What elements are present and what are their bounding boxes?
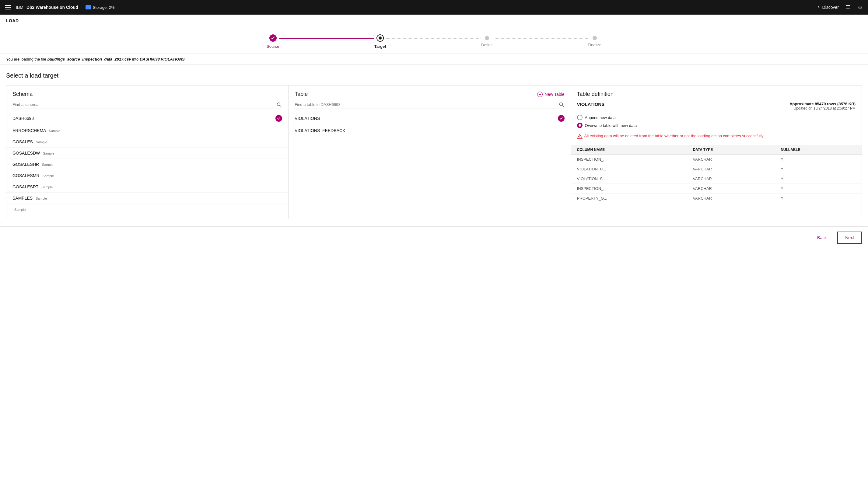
info-bar: You are loading the file buildings_sourc… <box>0 54 868 65</box>
radio-append[interactable]: Append new data <box>577 115 856 120</box>
new-table-button[interactable]: + New Table <box>537 92 564 97</box>
schema-item-name: GOSALES Sample <box>12 139 47 144</box>
col-header-nullable: NULLABLE <box>775 145 862 155</box>
svg-line-1 <box>280 105 281 107</box>
new-table-label: New Table <box>545 92 564 97</box>
schema-item-partial[interactable]: Sample <box>6 204 288 215</box>
table-search-input[interactable] <box>294 100 564 109</box>
brand-product: Db2 Warehouse on Cloud <box>27 5 78 10</box>
schema-search-icon <box>277 102 281 108</box>
step-target-circle <box>376 34 384 42</box>
back-button[interactable]: Back <box>810 231 834 244</box>
table-search-icon <box>559 102 564 108</box>
definition-panel: Table definition VIOLATIONS Approximate … <box>571 86 862 219</box>
brand-ibm: IBM <box>16 5 24 10</box>
step-finalize: Finalize <box>588 36 601 47</box>
progress-steps: Source Target Define Finalize <box>0 27 868 54</box>
col-nullable: Y <box>775 174 862 184</box>
col-row-2: VIOLATION_S...VARCHARY <box>571 174 862 184</box>
bottom-bar: Back Next <box>0 226 868 249</box>
table-search-container <box>288 100 570 109</box>
table-panel-header: Table + New Table <box>288 86 570 100</box>
storage-icon <box>86 5 91 9</box>
step-finalize-label: Finalize <box>588 42 601 47</box>
info-target: DASH6698.VIOLATIONS <box>140 57 185 61</box>
col-nullable: Y <box>775 155 862 164</box>
steps-container: Source Target Define Finalize <box>267 34 601 49</box>
schema-item-name: ERRORSCHEMA Sample <box>12 128 60 133</box>
schema-item-samples[interactable]: SAMPLES Sample <box>6 193 288 204</box>
radio-append-label: Append new data <box>585 115 616 120</box>
table-panel: Table + New Table VIOLATIONS <box>288 86 571 219</box>
storage-indicator: Storage: 2% <box>86 5 115 10</box>
radio-overwrite-circle <box>577 123 583 128</box>
info-filename: buildings_source_inspection_data_2017.cs… <box>47 57 131 61</box>
step-finalize-circle <box>593 36 597 40</box>
info-middle: into <box>131 57 140 61</box>
step-define: Define <box>481 36 493 47</box>
step-source-label: Source <box>267 44 279 49</box>
schema-selected-check <box>275 115 282 122</box>
step-source-circle <box>269 34 277 42</box>
page-title: LOAD <box>0 14 868 27</box>
col-type: VARCHAR <box>687 184 775 194</box>
step-target: Target <box>374 34 386 49</box>
col-name: INSPECTION_... <box>571 155 687 164</box>
storage-label: Storage: 2% <box>93 5 115 10</box>
lightbulb-icon: ⚬ <box>817 5 820 10</box>
col-type: VARCHAR <box>687 174 775 184</box>
col-nullable: Y <box>775 184 862 194</box>
schema-item-name: SAMPLES Sample <box>12 196 47 200</box>
schema-item-name: DASH6698 <box>12 116 34 121</box>
svg-point-6 <box>580 137 580 138</box>
columns-table-header-row: COLUMN NAME DATA TYPE NULLABLE <box>571 145 862 155</box>
schema-item-gosalesdw[interactable]: GOSALESDW Sample <box>6 148 288 159</box>
schema-search-input[interactable] <box>12 100 282 109</box>
next-button[interactable]: Next <box>837 231 862 244</box>
sample-badge: Sample <box>49 129 60 133</box>
schema-item-gosalesmr[interactable]: GOSALESMR Sample <box>6 170 288 181</box>
col-name: VIOLATION_S... <box>571 174 687 184</box>
col-name: INSPECTION_... <box>571 184 687 194</box>
info-prefix: You are loading the file <box>6 57 47 61</box>
columns-table: COLUMN NAME DATA TYPE NULLABLE INSPECTIO… <box>571 145 862 203</box>
schema-panel-header: Schema <box>6 86 288 100</box>
discover-button[interactable]: ⚬ Discover <box>817 5 839 10</box>
col-row-4: PROPERTY_G...VARCHARY <box>571 194 862 203</box>
table-panel-title: Table <box>294 91 308 97</box>
table-item-name: VIOLATIONS_FEEDBACK <box>294 128 345 133</box>
schema-item-gosalesrt[interactable]: GOSALESRT Sample <box>6 181 288 193</box>
table-list: VIOLATIONS VIOLATIONS_FEEDBACK <box>288 112 570 219</box>
app-brand: IBM Db2 Warehouse on Cloud <box>16 5 78 10</box>
col-type: VARCHAR <box>687 155 775 164</box>
radio-overwrite[interactable]: Overwrite table with new data <box>577 123 856 128</box>
hamburger-icon[interactable] <box>5 5 11 9</box>
schema-item-dash6698[interactable]: DASH6698 <box>6 112 288 125</box>
schema-item-name: Sample <box>12 207 26 212</box>
schema-item-name: GOSALESHR Sample <box>12 162 53 167</box>
topnav-right: ⚬ Discover ☰ ☺ <box>817 4 863 10</box>
definition-table-meta: Approximate 85470 rows (8576 KB) Updated… <box>789 102 856 110</box>
table-item-violations[interactable]: VIOLATIONS <box>288 112 570 125</box>
step-define-label: Define <box>481 42 493 47</box>
table-item-name: VIOLATIONS <box>294 116 320 121</box>
definition-options: Append new data Overwrite table with new… <box>571 112 862 131</box>
col-row-3: INSPECTION_...VARCHARY <box>571 184 862 194</box>
schema-item-gosales[interactable]: GOSALES Sample <box>6 136 288 148</box>
plus-circle-icon: + <box>537 92 542 97</box>
schema-item-name: GOSALESRT Sample <box>12 184 53 189</box>
schema-panel-title: Schema <box>12 91 33 97</box>
user-icon[interactable]: ☺ <box>857 4 863 10</box>
schema-item-errorschema[interactable]: ERRORSCHEMA Sample <box>6 125 288 136</box>
notification-icon[interactable]: ☰ <box>845 4 851 10</box>
definition-table-name-row: VIOLATIONS Approximate 85470 rows (8576 … <box>571 100 862 112</box>
table-item-violations-feedback[interactable]: VIOLATIONS_FEEDBACK <box>288 125 570 136</box>
schema-item-gosaleshr[interactable]: GOSALESHR Sample <box>6 159 288 170</box>
schema-item-name: GOSALESMR Sample <box>12 173 54 178</box>
col-nullable: Y <box>775 164 862 174</box>
col-name: PROPERTY_G... <box>571 194 687 203</box>
definition-table-name: VIOLATIONS <box>577 102 605 107</box>
panel-container: Schema DASH6698 ERRORSCHEMA Sample <box>6 85 862 219</box>
warning-text: All existing data will be deleted from t… <box>584 134 765 138</box>
main-section: Select a load target Schema DASH6698 <box>0 65 868 226</box>
